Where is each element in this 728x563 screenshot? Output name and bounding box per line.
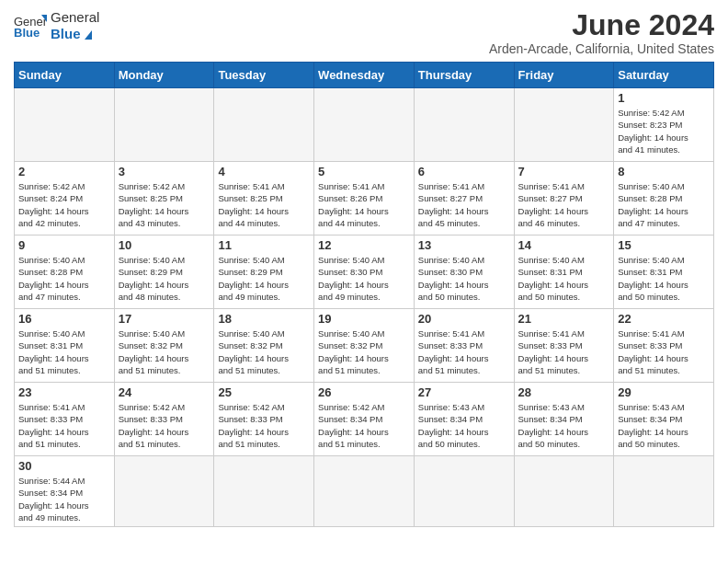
- weekday-header-thursday: Thursday: [414, 63, 514, 88]
- day-number: 22: [618, 312, 710, 326]
- logo-general-text: General: [51, 9, 99, 26]
- day-number: 26: [318, 385, 410, 399]
- day-number: 23: [18, 385, 110, 399]
- calendar-cell: 14Sunrise: 5:40 AM Sunset: 8:31 PM Dayli…: [514, 236, 614, 309]
- day-info: Sunrise: 5:40 AM Sunset: 8:31 PM Dayligh…: [618, 254, 710, 303]
- calendar-cell: 24Sunrise: 5:42 AM Sunset: 8:33 PM Dayli…: [114, 383, 214, 456]
- calendar-cell: [114, 88, 214, 162]
- calendar-cell: 28Sunrise: 5:43 AM Sunset: 8:34 PM Dayli…: [514, 383, 614, 456]
- day-info: Sunrise: 5:40 AM Sunset: 8:32 PM Dayligh…: [218, 327, 310, 376]
- weekday-header-saturday: Saturday: [614, 63, 714, 88]
- day-number: 18: [218, 312, 310, 326]
- day-info: Sunrise: 5:43 AM Sunset: 8:34 PM Dayligh…: [418, 401, 510, 450]
- calendar-cell: [314, 456, 415, 527]
- page-header: General Blue General Blue June 2024 Arde…: [14, 9, 714, 56]
- day-number: 1: [618, 91, 710, 105]
- day-number: 9: [18, 238, 110, 252]
- calendar-cell: [514, 456, 614, 527]
- calendar-cell: 1Sunrise: 5:42 AM Sunset: 8:23 PM Daylig…: [614, 88, 714, 162]
- day-info: Sunrise: 5:42 AM Sunset: 8:34 PM Dayligh…: [318, 401, 410, 450]
- day-number: 29: [618, 385, 710, 399]
- calendar-week-row: 2Sunrise: 5:42 AM Sunset: 8:24 PM Daylig…: [15, 162, 714, 236]
- calendar-cell: 3Sunrise: 5:42 AM Sunset: 8:25 PM Daylig…: [114, 162, 214, 236]
- day-info: Sunrise: 5:40 AM Sunset: 8:30 PM Dayligh…: [318, 254, 410, 303]
- day-number: 2: [18, 165, 110, 178]
- day-info: Sunrise: 5:40 AM Sunset: 8:28 PM Dayligh…: [18, 254, 110, 303]
- calendar-cell: 9Sunrise: 5:40 AM Sunset: 8:28 PM Daylig…: [15, 236, 115, 309]
- day-info: Sunrise: 5:41 AM Sunset: 8:25 PM Dayligh…: [218, 180, 310, 229]
- day-info: Sunrise: 5:41 AM Sunset: 8:33 PM Dayligh…: [418, 327, 510, 376]
- day-number: 6: [418, 165, 510, 178]
- calendar-cell: 21Sunrise: 5:41 AM Sunset: 8:33 PM Dayli…: [514, 309, 614, 383]
- day-number: 4: [218, 165, 310, 178]
- calendar-cell: 30Sunrise: 5:44 AM Sunset: 8:34 PM Dayli…: [15, 456, 115, 527]
- calendar-cell: [114, 456, 214, 527]
- calendar-week-row: 23Sunrise: 5:41 AM Sunset: 8:33 PM Dayli…: [15, 383, 714, 456]
- weekday-header-row: SundayMondayTuesdayWednesdayThursdayFrid…: [15, 63, 714, 88]
- day-info: Sunrise: 5:41 AM Sunset: 8:27 PM Dayligh…: [418, 180, 510, 229]
- day-info: Sunrise: 5:44 AM Sunset: 8:34 PM Dayligh…: [18, 475, 110, 523]
- day-number: 16: [18, 312, 110, 326]
- calendar-cell: [314, 88, 415, 162]
- calendar-cell: 16Sunrise: 5:40 AM Sunset: 8:31 PM Dayli…: [15, 309, 115, 383]
- calendar-cell: [214, 88, 314, 162]
- day-number: 10: [119, 238, 210, 252]
- weekday-header-sunday: Sunday: [15, 63, 115, 88]
- calendar-cell: 8Sunrise: 5:40 AM Sunset: 8:28 PM Daylig…: [614, 162, 714, 236]
- logo-blue-text: Blue: [51, 26, 99, 42]
- title-block: June 2024 Arden-Arcade, California, Unit…: [489, 9, 714, 56]
- generalblue-logo-icon: General Blue: [14, 13, 47, 39]
- day-number: 30: [18, 459, 110, 473]
- day-number: 8: [618, 165, 710, 178]
- calendar-week-row: 16Sunrise: 5:40 AM Sunset: 8:31 PM Dayli…: [15, 309, 714, 383]
- day-number: 14: [518, 238, 610, 252]
- day-info: Sunrise: 5:42 AM Sunset: 8:25 PM Dayligh…: [119, 180, 210, 229]
- day-number: 12: [318, 238, 410, 252]
- calendar-cell: 7Sunrise: 5:41 AM Sunset: 8:27 PM Daylig…: [514, 162, 614, 236]
- calendar-week-row: 9Sunrise: 5:40 AM Sunset: 8:28 PM Daylig…: [15, 236, 714, 309]
- weekday-header-monday: Monday: [114, 63, 214, 88]
- calendar-cell: [214, 456, 314, 527]
- day-info: Sunrise: 5:41 AM Sunset: 8:33 PM Dayligh…: [18, 401, 110, 450]
- day-info: Sunrise: 5:43 AM Sunset: 8:34 PM Dayligh…: [518, 401, 610, 450]
- calendar-cell: [15, 88, 115, 162]
- day-number: 19: [318, 312, 410, 326]
- calendar-cell: 5Sunrise: 5:41 AM Sunset: 8:26 PM Daylig…: [314, 162, 415, 236]
- day-number: 11: [218, 238, 310, 252]
- calendar-week-row: 1Sunrise: 5:42 AM Sunset: 8:23 PM Daylig…: [15, 88, 714, 162]
- calendar-cell: 27Sunrise: 5:43 AM Sunset: 8:34 PM Dayli…: [414, 383, 514, 456]
- day-number: 28: [518, 385, 610, 399]
- day-info: Sunrise: 5:40 AM Sunset: 8:32 PM Dayligh…: [119, 327, 210, 376]
- calendar-cell: [514, 88, 614, 162]
- calendar-week-row: 30Sunrise: 5:44 AM Sunset: 8:34 PM Dayli…: [15, 456, 714, 527]
- day-info: Sunrise: 5:43 AM Sunset: 8:34 PM Dayligh…: [618, 401, 710, 450]
- day-number: 25: [218, 385, 310, 399]
- weekday-header-tuesday: Tuesday: [214, 63, 314, 88]
- calendar-cell: 17Sunrise: 5:40 AM Sunset: 8:32 PM Dayli…: [114, 309, 214, 383]
- calendar-cell: 4Sunrise: 5:41 AM Sunset: 8:25 PM Daylig…: [214, 162, 314, 236]
- day-number: 15: [618, 238, 710, 252]
- calendar-cell: 11Sunrise: 5:40 AM Sunset: 8:29 PM Dayli…: [214, 236, 314, 309]
- day-info: Sunrise: 5:40 AM Sunset: 8:31 PM Dayligh…: [18, 327, 110, 376]
- day-number: 20: [418, 312, 510, 326]
- calendar-cell: 13Sunrise: 5:40 AM Sunset: 8:30 PM Dayli…: [414, 236, 514, 309]
- day-info: Sunrise: 5:41 AM Sunset: 8:33 PM Dayligh…: [618, 327, 710, 376]
- calendar-cell: 19Sunrise: 5:40 AM Sunset: 8:32 PM Dayli…: [314, 309, 415, 383]
- month-title: June 2024: [489, 9, 714, 41]
- day-number: 5: [318, 165, 410, 178]
- calendar-cell: 29Sunrise: 5:43 AM Sunset: 8:34 PM Dayli…: [614, 383, 714, 456]
- weekday-header-wednesday: Wednesday: [314, 63, 415, 88]
- day-info: Sunrise: 5:42 AM Sunset: 8:23 PM Dayligh…: [618, 107, 710, 155]
- location-text: Arden-Arcade, California, United States: [489, 41, 714, 56]
- day-info: Sunrise: 5:40 AM Sunset: 8:29 PM Dayligh…: [218, 254, 310, 303]
- calendar-cell: 15Sunrise: 5:40 AM Sunset: 8:31 PM Dayli…: [614, 236, 714, 309]
- calendar-cell: 22Sunrise: 5:41 AM Sunset: 8:33 PM Dayli…: [614, 309, 714, 383]
- day-info: Sunrise: 5:40 AM Sunset: 8:30 PM Dayligh…: [418, 254, 510, 303]
- day-number: 3: [119, 165, 210, 178]
- day-number: 7: [518, 165, 610, 178]
- day-info: Sunrise: 5:42 AM Sunset: 8:33 PM Dayligh…: [218, 401, 310, 450]
- day-info: Sunrise: 5:40 AM Sunset: 8:31 PM Dayligh…: [518, 254, 610, 303]
- calendar-cell: [414, 456, 514, 527]
- day-number: 24: [119, 385, 210, 399]
- day-info: Sunrise: 5:41 AM Sunset: 8:33 PM Dayligh…: [518, 327, 610, 376]
